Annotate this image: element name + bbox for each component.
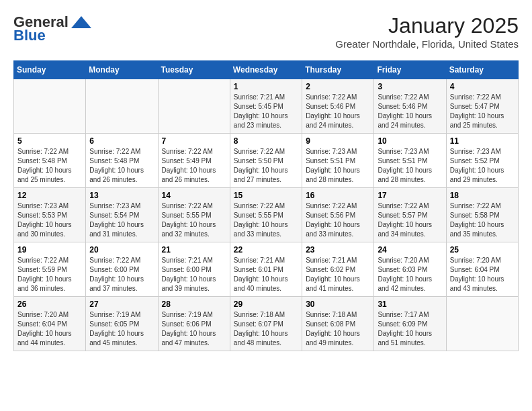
day-number: 27 <box>89 300 154 309</box>
day-number: 4 <box>450 82 515 91</box>
day-number: 10 <box>378 136 442 146</box>
day-number: 3 <box>378 82 442 91</box>
header-thursday: Thursday <box>302 61 374 79</box>
day-info: Sunrise: 7:21 AMSunset: 6:01 PMDaylight:… <box>234 256 298 293</box>
calendar-table: Sunday Monday Tuesday Wednesday Thursday… <box>13 60 519 351</box>
day-info: Sunrise: 7:19 AMSunset: 6:06 PMDaylight:… <box>162 310 226 348</box>
day-info: Sunrise: 7:22 AMSunset: 5:49 PMDaylight:… <box>162 147 226 185</box>
cell-w1-d2: 7Sunrise: 7:22 AMSunset: 5:49 PMDaylight… <box>158 134 230 188</box>
day-number: 17 <box>378 191 442 200</box>
day-info: Sunrise: 7:23 AMSunset: 5:51 PMDaylight:… <box>378 147 442 185</box>
day-info: Sunrise: 7:20 AMSunset: 6:04 PMDaylight:… <box>450 256 515 293</box>
day-number: 18 <box>450 191 515 200</box>
title-section: January 2025 Greater Northdale, Florida,… <box>335 13 519 50</box>
day-number: 13 <box>89 191 154 200</box>
day-number: 6 <box>89 136 154 146</box>
cell-w2-d3: 15Sunrise: 7:22 AMSunset: 5:55 PMDayligh… <box>230 188 302 242</box>
cell-w4-d6 <box>446 297 518 351</box>
day-info: Sunrise: 7:22 AMSunset: 5:59 PMDaylight:… <box>17 256 82 293</box>
cell-w0-d0 <box>14 79 86 134</box>
month-title: January 2025 <box>335 13 519 38</box>
day-info: Sunrise: 7:22 AMSunset: 5:55 PMDaylight:… <box>234 201 298 239</box>
day-info: Sunrise: 7:18 AMSunset: 6:08 PMDaylight:… <box>306 310 370 348</box>
day-number: 8 <box>234 136 298 146</box>
day-number: 5 <box>17 136 82 146</box>
cell-w4-d1: 27Sunrise: 7:19 AMSunset: 6:05 PMDayligh… <box>86 297 158 351</box>
cell-w0-d6: 4Sunrise: 7:22 AMSunset: 5:47 PMDaylight… <box>446 79 518 134</box>
cell-w0-d3: 1Sunrise: 7:21 AMSunset: 5:45 PMDaylight… <box>230 79 302 134</box>
day-number: 30 <box>306 300 370 309</box>
cell-w1-d5: 10Sunrise: 7:23 AMSunset: 5:51 PMDayligh… <box>374 134 446 188</box>
header-saturday: Saturday <box>446 61 518 79</box>
day-number: 26 <box>17 300 82 309</box>
day-number: 19 <box>17 245 82 255</box>
day-info: Sunrise: 7:22 AMSunset: 5:50 PMDaylight:… <box>234 147 298 185</box>
cell-w4-d0: 26Sunrise: 7:20 AMSunset: 6:04 PMDayligh… <box>14 297 86 351</box>
day-number: 16 <box>306 191 370 200</box>
day-info: Sunrise: 7:22 AMSunset: 5:47 PMDaylight:… <box>450 93 515 130</box>
day-number: 1 <box>234 82 298 91</box>
cell-w3-d2: 21Sunrise: 7:21 AMSunset: 6:00 PMDayligh… <box>158 242 230 297</box>
day-info: Sunrise: 7:23 AMSunset: 5:51 PMDaylight:… <box>306 147 370 185</box>
cell-w2-d0: 12Sunrise: 7:23 AMSunset: 5:53 PMDayligh… <box>14 188 86 242</box>
day-number: 31 <box>378 300 442 309</box>
day-info: Sunrise: 7:22 AMSunset: 5:56 PMDaylight:… <box>306 201 370 239</box>
day-info: Sunrise: 7:23 AMSunset: 5:54 PMDaylight:… <box>89 201 154 239</box>
cell-w3-d3: 22Sunrise: 7:21 AMSunset: 6:01 PMDayligh… <box>230 242 302 297</box>
header-tuesday: Tuesday <box>158 61 230 79</box>
cell-w1-d4: 9Sunrise: 7:23 AMSunset: 5:51 PMDaylight… <box>302 134 374 188</box>
cell-w2-d6: 18Sunrise: 7:22 AMSunset: 5:58 PMDayligh… <box>446 188 518 242</box>
calendar-header-row: Sunday Monday Tuesday Wednesday Thursday… <box>14 61 519 79</box>
day-number: 28 <box>162 300 226 309</box>
week-row-1: 5Sunrise: 7:22 AMSunset: 5:48 PMDaylight… <box>14 134 519 188</box>
cell-w3-d0: 19Sunrise: 7:22 AMSunset: 5:59 PMDayligh… <box>14 242 86 297</box>
cell-w1-d6: 11Sunrise: 7:23 AMSunset: 5:52 PMDayligh… <box>446 134 518 188</box>
logo-text-blue: Blue <box>13 27 46 44</box>
day-number: 24 <box>378 245 442 255</box>
day-number: 12 <box>17 191 82 200</box>
week-row-0: 1Sunrise: 7:21 AMSunset: 5:45 PMDaylight… <box>14 79 519 134</box>
day-info: Sunrise: 7:23 AMSunset: 5:52 PMDaylight:… <box>450 147 515 185</box>
cell-w3-d5: 24Sunrise: 7:20 AMSunset: 6:03 PMDayligh… <box>374 242 446 297</box>
cell-w0-d4: 2Sunrise: 7:22 AMSunset: 5:46 PMDaylight… <box>302 79 374 134</box>
day-info: Sunrise: 7:22 AMSunset: 5:46 PMDaylight:… <box>378 93 442 130</box>
svg-marker-0 <box>71 16 91 28</box>
day-info: Sunrise: 7:22 AMSunset: 5:48 PMDaylight:… <box>89 147 154 185</box>
day-info: Sunrise: 7:22 AMSunset: 5:46 PMDaylight:… <box>306 93 370 130</box>
cell-w2-d5: 17Sunrise: 7:22 AMSunset: 5:57 PMDayligh… <box>374 188 446 242</box>
day-number: 7 <box>162 136 226 146</box>
day-number: 29 <box>234 300 298 309</box>
header-friday: Friday <box>374 61 446 79</box>
cell-w0-d1 <box>86 79 158 134</box>
cell-w2-d2: 14Sunrise: 7:22 AMSunset: 5:55 PMDayligh… <box>158 188 230 242</box>
week-row-4: 26Sunrise: 7:20 AMSunset: 6:04 PMDayligh… <box>14 297 519 351</box>
day-info: Sunrise: 7:18 AMSunset: 6:07 PMDaylight:… <box>234 310 298 348</box>
cell-w3-d1: 20Sunrise: 7:22 AMSunset: 6:00 PMDayligh… <box>86 242 158 297</box>
day-number: 21 <box>162 245 226 255</box>
day-info: Sunrise: 7:22 AMSunset: 5:57 PMDaylight:… <box>378 201 442 239</box>
day-number: 2 <box>306 82 370 91</box>
day-number: 15 <box>234 191 298 200</box>
cell-w2-d4: 16Sunrise: 7:22 AMSunset: 5:56 PMDayligh… <box>302 188 374 242</box>
day-info: Sunrise: 7:21 AMSunset: 6:02 PMDaylight:… <box>306 256 370 293</box>
day-info: Sunrise: 7:21 AMSunset: 5:45 PMDaylight:… <box>234 93 298 130</box>
cell-w4-d3: 29Sunrise: 7:18 AMSunset: 6:07 PMDayligh… <box>230 297 302 351</box>
cell-w1-d0: 5Sunrise: 7:22 AMSunset: 5:48 PMDaylight… <box>14 134 86 188</box>
day-info: Sunrise: 7:20 AMSunset: 6:04 PMDaylight:… <box>17 310 82 348</box>
cell-w3-d4: 23Sunrise: 7:21 AMSunset: 6:02 PMDayligh… <box>302 242 374 297</box>
day-number: 22 <box>234 245 298 255</box>
day-number: 20 <box>89 245 154 255</box>
day-info: Sunrise: 7:21 AMSunset: 6:00 PMDaylight:… <box>162 256 226 293</box>
day-info: Sunrise: 7:22 AMSunset: 5:48 PMDaylight:… <box>17 147 82 185</box>
day-info: Sunrise: 7:23 AMSunset: 5:53 PMDaylight:… <box>17 201 82 239</box>
day-number: 14 <box>162 191 226 200</box>
day-info: Sunrise: 7:22 AMSunset: 6:00 PMDaylight:… <box>89 256 154 293</box>
cell-w2-d1: 13Sunrise: 7:23 AMSunset: 5:54 PMDayligh… <box>86 188 158 242</box>
day-number: 11 <box>450 136 515 146</box>
cell-w4-d5: 31Sunrise: 7:17 AMSunset: 6:09 PMDayligh… <box>374 297 446 351</box>
page-header: General Blue January 2025 Greater Northd… <box>13 13 519 50</box>
cell-w1-d3: 8Sunrise: 7:22 AMSunset: 5:50 PMDaylight… <box>230 134 302 188</box>
cell-w4-d4: 30Sunrise: 7:18 AMSunset: 6:08 PMDayligh… <box>302 297 374 351</box>
logo-icon <box>71 16 91 28</box>
cell-w4-d2: 28Sunrise: 7:19 AMSunset: 6:06 PMDayligh… <box>158 297 230 351</box>
